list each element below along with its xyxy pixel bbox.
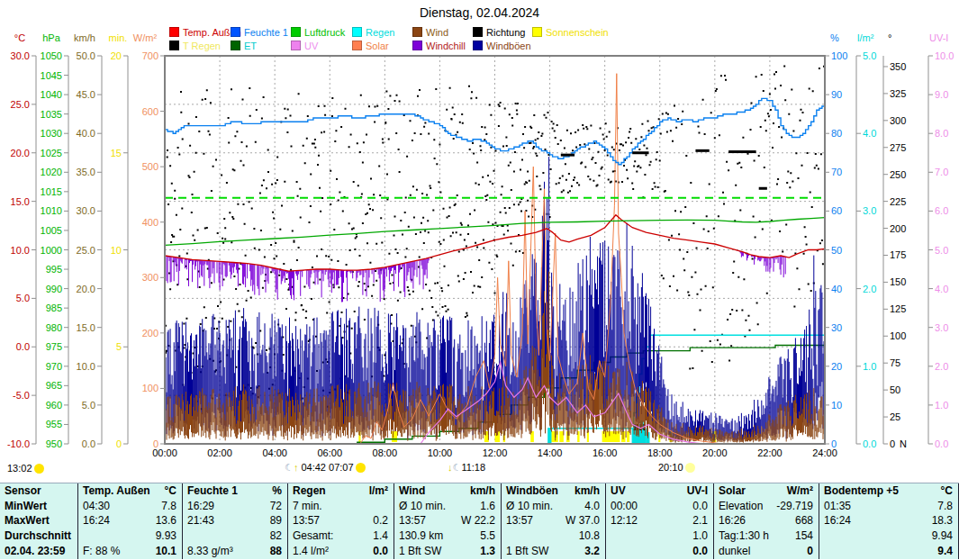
- axis-tick-label: 25: [890, 411, 900, 422]
- cell-label: 1 Bft SW: [506, 545, 548, 557]
- column-header: Wind: [399, 484, 425, 497]
- cell-value: 2.1: [692, 514, 708, 527]
- table-row: Tag:1:30 h154: [714, 528, 819, 544]
- column-unit: W/m²: [787, 484, 813, 497]
- x-axis-label: 14:00: [538, 447, 563, 458]
- cell-label: 12:12: [611, 514, 638, 527]
- axis-tick-label: 1000: [41, 245, 62, 256]
- moon-icon: ☾: [453, 462, 462, 473]
- cell-value: 7.8: [161, 500, 176, 512]
- axis-tick-label: 995: [46, 264, 62, 275]
- axis-unit-hPa: hPa: [42, 32, 60, 43]
- axis-tick-label: 965: [46, 380, 62, 391]
- table-row: 16:2972: [183, 499, 287, 514]
- axis-tick-label: 10.0: [11, 245, 30, 256]
- axis-tick-label: 1025: [41, 148, 62, 158]
- axis-tick-label: 175: [890, 249, 906, 260]
- cell-value: 3.2: [584, 545, 600, 557]
- axis-tick-label: -5.0: [13, 390, 30, 401]
- row-label: MinWert: [5, 500, 47, 512]
- table-row: 8.33 g/m³88: [183, 543, 287, 558]
- axis-tick-label: 2.0: [863, 284, 876, 294]
- axis-tick-label: 275: [890, 142, 906, 153]
- cell-value: 0.0: [692, 500, 708, 512]
- axis-tick-label: 1035: [41, 109, 62, 120]
- axis-tick-label: 25.0: [77, 245, 95, 256]
- sensor-stats-table: SensorMinWertMaxWertDurchschnitt02.04. 2…: [0, 483, 959, 559]
- column-unit: %: [272, 484, 282, 497]
- table-row: 01:357.8: [819, 499, 958, 514]
- axis-tick-label: 0.0: [16, 341, 30, 352]
- sunshine-bar: [602, 431, 620, 442]
- sunset-annotation: 20:10: [658, 462, 697, 474]
- axis-tick-label: 15.0: [11, 196, 30, 207]
- cell-value: 10.1: [156, 545, 176, 557]
- axis-tick-label: 100: [831, 50, 847, 61]
- axis-tick-label: N: [900, 438, 907, 449]
- x-axis-label: 22:00: [757, 447, 783, 458]
- axis-tick-label: 0: [116, 438, 122, 449]
- axis-tick-label: 30.0: [11, 50, 30, 61]
- axis-tick-label: 600: [142, 106, 158, 117]
- day-length-annotation: 13:02: [7, 463, 46, 474]
- day-length-value: 13:02: [7, 463, 32, 474]
- axis-tick-label: 100: [142, 383, 158, 393]
- sunrise-time: 07:07: [329, 462, 354, 473]
- cell-label: 1.4 l/m²: [293, 545, 329, 557]
- moonset-time: 04:42: [301, 462, 326, 473]
- cell-label: 16:24: [83, 514, 110, 527]
- axis-tick-label: 700: [142, 50, 158, 61]
- table-row: 9.4: [819, 543, 958, 558]
- cell-value: 89: [270, 514, 282, 527]
- axis-tick-label: 0: [890, 438, 895, 449]
- table-row: dunkel0: [714, 543, 819, 558]
- cell-label: 01:35: [824, 500, 851, 512]
- axis-tick-label: 50: [831, 245, 842, 256]
- cell-value: 4.0: [584, 500, 600, 512]
- axis-unit-deg: °: [888, 32, 891, 43]
- cell-value: 5.5: [480, 529, 495, 542]
- cell-label: 16:29: [187, 500, 214, 512]
- sun-icon: [34, 464, 44, 474]
- cell-value: 9.4: [937, 545, 953, 557]
- table-row: 1.0: [606, 528, 713, 544]
- cell-value: 10.8: [579, 529, 600, 542]
- cell-label: 13:57: [506, 514, 533, 527]
- cell-label: 8.33 g/m³: [187, 545, 233, 557]
- column-header: Feuchte 1: [187, 484, 238, 497]
- moonrise-annotation: ↓☾11:18: [448, 462, 485, 474]
- series-feuchte: [165, 98, 825, 164]
- column-unit: l/m²: [369, 484, 388, 497]
- x-axis-label: 16:00: [593, 447, 618, 458]
- stats-column-bodentemp-5: Bodentemp +5°C01:357.816:2418.39.949.4: [819, 483, 959, 559]
- column-unit: km/h: [574, 484, 600, 497]
- axis-tick-label: 60: [831, 205, 842, 216]
- cell-label: Ø 10 min.: [506, 500, 553, 512]
- row-label: MaxWert: [5, 514, 50, 527]
- cell-value: 1.3: [480, 545, 495, 557]
- axis-tick-label: 20.0: [77, 284, 95, 294]
- axis-tick-label: 5.0: [863, 50, 876, 61]
- table-row: 16:26668: [714, 513, 819, 528]
- row-label: 02.04. 23:59: [5, 545, 65, 557]
- axis-tick-label: 325: [890, 88, 906, 99]
- axis-tick-label: 6.0: [935, 205, 948, 216]
- row-label: Sensor: [5, 484, 41, 497]
- rain-intensity-bar: [643, 429, 647, 444]
- table-header-row: Windböenkm/h: [502, 483, 605, 499]
- axis-tick-label: 150: [890, 276, 906, 287]
- cell-label: Elevation: [719, 500, 763, 512]
- table-row: Ø 10 min.1.6: [394, 499, 501, 514]
- cell-value: 7.8: [937, 500, 953, 512]
- axis-tick-label: 1045: [41, 70, 62, 81]
- table-header-row: Bodentemp +5°C: [819, 483, 958, 499]
- cell-label: 16:24: [824, 514, 851, 527]
- cell-value: 1.4: [373, 529, 388, 542]
- axis-tick-label: 500: [142, 161, 158, 172]
- table-row: 00:000.0: [606, 499, 713, 514]
- axis-unit-pct: %: [830, 32, 839, 43]
- cell-value: 0.0: [373, 545, 388, 557]
- sunshine-bar: [559, 431, 564, 442]
- table-row: Elevation-29.719: [714, 499, 819, 514]
- axis-tick-label: 4.0: [863, 128, 876, 139]
